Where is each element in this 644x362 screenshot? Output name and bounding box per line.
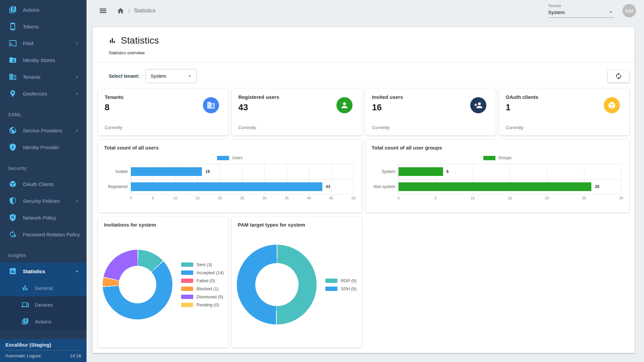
folder-account-icon [9, 56, 17, 64]
bar-charts-row: Total count of all users Users InvitedRe… [98, 139, 629, 213]
x-tick-label: 5 [435, 196, 437, 200]
bar-value: 16 [205, 169, 210, 174]
person-add-icon [470, 97, 486, 113]
sidebar-item-pam[interactable]: PAM [0, 35, 87, 52]
stat-title: Tenants [105, 94, 222, 100]
cube-icon [604, 97, 620, 113]
content: Statistics Statistics overview. Select t… [87, 21, 644, 362]
bar-row: 6 [398, 164, 621, 179]
legend-item-accepted[interactable]: Accepted (14) [181, 270, 224, 275]
legend-swatch [181, 303, 193, 307]
sidebar-item-devices[interactable]: Devices [0, 296, 87, 313]
library-books-icon [21, 318, 29, 325]
sidebar-item-network-policy[interactable]: Network Policy [0, 209, 87, 226]
tenant-select-value: System [548, 9, 565, 15]
sidebar-item-service-providers[interactable]: Service Providers [0, 122, 87, 139]
x-tick-label: 10 [173, 196, 177, 200]
bar[interactable] [131, 167, 202, 176]
chart-title: Invitations for system [98, 217, 228, 228]
bar[interactable] [398, 167, 443, 176]
sidebar-item-statistics[interactable]: Statistics [0, 263, 87, 280]
sidebar-item-geofences[interactable]: Geofences [0, 85, 87, 102]
x-tick-label: 15 [508, 196, 512, 200]
sidebar-item-oauth-clients[interactable]: OAuth Clients [0, 176, 87, 192]
caret-down-icon [608, 9, 614, 15]
legend-swatch [181, 295, 193, 299]
avatar[interactable]: RM [623, 4, 636, 17]
sidebar-item-actions[interactable]: Actions [0, 1, 87, 18]
bar-row: 16 [131, 164, 354, 179]
donut-chart[interactable] [237, 245, 317, 324]
x-tick-label: 20 [545, 196, 549, 200]
x-tick-label: 15 [196, 196, 200, 200]
chart-total-count-of-all-user-groups: Total count of all user groups Groups Sy… [366, 139, 629, 213]
legend-item-dismissed[interactable]: Dismissed (5) [181, 294, 224, 299]
legend-item-pending[interactable]: Pending (0) [181, 302, 224, 307]
sidebar-nav: ActionsTokensPAMIdentity StoresTenantsGe… [0, 0, 87, 350]
sidebar-item-password-rotation-policy[interactable]: Password Rotation Policy [0, 226, 87, 243]
chevron-right-icon [74, 41, 80, 46]
auto-logout-value: 14:16 [70, 353, 81, 358]
legend-label: SSH (5) [341, 286, 356, 291]
shield-search-icon [9, 214, 17, 222]
legend-item-sent[interactable]: Sent (3) [181, 262, 224, 267]
sidebar-item-identity-stores[interactable]: Identity Stores [0, 52, 87, 68]
statistics-card: Statistics Statistics overview. Select t… [93, 27, 635, 353]
app-root: ActionsTokensPAMIdentity StoresTenantsGe… [0, 0, 644, 362]
chevron-right-icon [74, 198, 80, 204]
menu-icon[interactable] [99, 6, 107, 15]
select-tenant-dropdown[interactable]: System [146, 69, 197, 83]
stat-card-registered-users: Registered users 43 Currently [232, 88, 362, 135]
devices-icon [21, 301, 29, 308]
legend-swatch [181, 279, 193, 283]
bar[interactable] [131, 182, 322, 191]
legend-label: Dismissed (5) [197, 294, 223, 299]
chevron-down-icon [74, 268, 80, 274]
sidebar-section-saml: SAML [0, 102, 87, 122]
app-name: Excalibur (Staging) [5, 342, 81, 348]
legend-label: Failed (0) [197, 278, 215, 283]
tenant-select-label: Tenants [548, 4, 614, 8]
shield-id-icon [9, 143, 17, 151]
sidebar-item-identity-provider[interactable]: Identity Provider [0, 139, 87, 156]
chart-legend[interactable]: Groups [366, 156, 629, 160]
legend-item-rdp[interactable]: RDP (5) [325, 278, 357, 283]
breadcrumb-separator: / [128, 8, 130, 14]
stat-title: Invited users [372, 94, 489, 100]
legend-label: Users [232, 156, 243, 160]
shield-half-icon [9, 197, 17, 205]
bar-row: 26 [398, 179, 621, 194]
legend-item-blocked[interactable]: Blocked (1) [181, 286, 224, 291]
sidebar-footer: Excalibur (Staging) Automatic Logout: 14… [0, 339, 87, 362]
legend-item-ssh[interactable]: SSH (5) [325, 286, 357, 291]
chart-box-icon [9, 267, 17, 275]
x-tick-label: 10 [471, 196, 475, 200]
stat-caption: Currently [238, 125, 256, 130]
page-subtitle: Statistics overview. [109, 50, 619, 55]
bar-chart-icon [109, 37, 116, 44]
home-icon[interactable] [117, 7, 124, 15]
sidebar-item-tokens[interactable]: Tokens [0, 18, 87, 35]
sidebar-item-security-policies[interactable]: Security Policies [0, 192, 87, 209]
stat-card-tenants: Tenants 8 Currently [98, 88, 228, 135]
legend-label: Pending (0) [197, 302, 219, 307]
tenant-select-topbar[interactable]: Tenants System [548, 4, 614, 18]
bar[interactable] [398, 182, 591, 191]
stat-cards-row: Tenants 8 Currently Registered users 43 … [98, 88, 629, 135]
x-tick-label: 25 [240, 196, 244, 200]
legend-item-failed[interactable]: Failed (0) [181, 278, 224, 283]
x-axis: 051015202530 [398, 195, 621, 203]
donut-chart[interactable] [103, 250, 172, 319]
sidebar-item-tenants[interactable]: Tenants [0, 68, 87, 85]
stat-caption: Currently [105, 125, 122, 130]
chart-legend[interactable]: Users [98, 156, 362, 160]
category-label: Non-system [369, 179, 398, 194]
legend-swatch [181, 287, 193, 291]
sidebar-item-actions[interactable]: Actions [0, 313, 87, 330]
legend-swatch [181, 262, 193, 267]
refresh-button[interactable] [608, 70, 629, 82]
sidebar-item-general[interactable]: General [0, 280, 87, 296]
sidebar-section-insights: Insights [0, 243, 87, 263]
x-tick-label: 25 [582, 196, 586, 200]
donut-charts-row: Invitations for system Sent (3) Accepted… [98, 217, 629, 348]
